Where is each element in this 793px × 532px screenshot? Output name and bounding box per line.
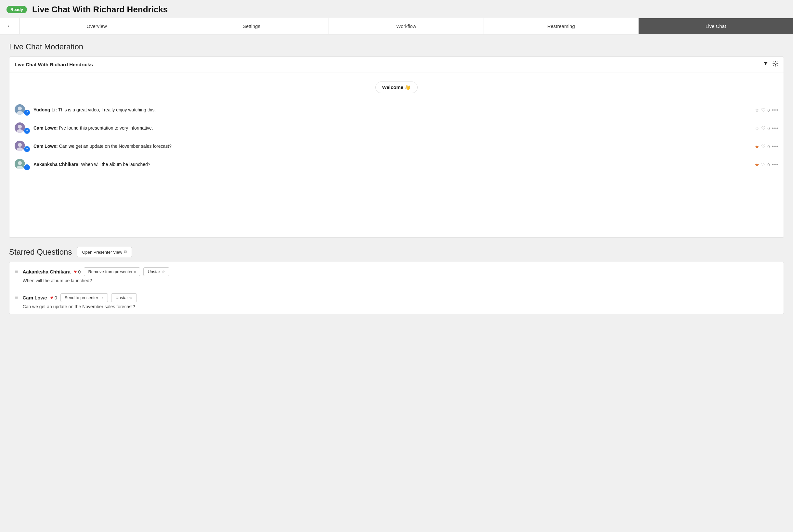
tab-bar: ← Overview Settings Workflow Restreaming… (0, 18, 793, 34)
message-actions-1: ☆ ♡ 0 ••• (755, 107, 778, 113)
heart-btn-1[interactable]: ♡ (761, 107, 766, 113)
unstar-btn-1[interactable]: Unstar ☆ (143, 267, 169, 276)
chat-box: Live Chat With Richard Hendricks W (9, 57, 784, 238)
welcome-pill: Welcome 👋 (375, 81, 418, 93)
sender-2: Cam Lowe: (34, 126, 58, 131)
remove-label-1: Remove from presenter (88, 269, 133, 274)
unstar-label-1: Unstar (148, 269, 160, 274)
tab-workflow[interactable]: Workflow (329, 18, 484, 34)
chat-box-title: Live Chat With Richard Hendricks (15, 62, 93, 67)
message-actions-2: ☆ ♡ 0 ••• (755, 126, 778, 132)
tab-livechat[interactable]: Live Chat (639, 18, 793, 34)
like-count-2: 0 (767, 126, 770, 131)
svg-point-2 (18, 107, 22, 110)
message-text-2: Cam Lowe: I've found this presentation t… (34, 125, 755, 132)
chat-box-actions (763, 61, 778, 68)
more-btn-1[interactable]: ••• (772, 107, 778, 113)
star-btn-3[interactable]: ★ (755, 144, 759, 150)
page-title: Live Chat With Richard Hendricks (32, 4, 168, 15)
avatar-group-1: f (15, 104, 30, 116)
like-count-4: 0 (767, 163, 770, 167)
heart-count-1: ♥ 0 (74, 269, 80, 275)
heart-count-2: ♥ 0 (50, 295, 57, 301)
starred-name-1: Aakanksha Chhikara (23, 269, 71, 274)
settings-icon[interactable] (773, 61, 778, 68)
starred-content-1: Aakanksha Chhikara ♥ 0 Remove from prese… (23, 267, 778, 283)
message-text-1: Yudong Li: This is a great video, I real… (34, 107, 755, 113)
fb-icon-2: f (24, 128, 30, 134)
send-to-presenter-btn-2[interactable]: Send to presenter → (60, 293, 108, 302)
starred-top-1: Aakanksha Chhikara ♥ 0 Remove from prese… (23, 267, 778, 276)
star-btn-1[interactable]: ☆ (755, 107, 759, 113)
ready-badge: Ready (6, 6, 27, 13)
starred-question-1: When will the album be launched? (23, 278, 778, 283)
heart-btn-3[interactable]: ♡ (761, 144, 766, 149)
heart-btn-4[interactable]: ♡ (761, 162, 766, 168)
fb-icon-4: f (24, 164, 30, 171)
message-actions-3: ★ ♡ 0 ••• (755, 144, 778, 150)
heart-red-icon-2: ♥ (50, 295, 54, 301)
sender-1: Yudong Li: (34, 107, 57, 112)
arrow-icon-2: → (99, 295, 104, 300)
starred-name-2: Cam Lowe (23, 295, 47, 300)
chat-message-3: f Cam Lowe: Can we get an update on the … (10, 137, 783, 156)
svg-point-11 (18, 161, 22, 165)
avatar-group-3: f (15, 140, 30, 152)
open-presenter-label: Open Presenter View (82, 250, 122, 254)
back-icon: ← (7, 23, 13, 30)
unstar-icon-1: ☆ (162, 270, 165, 274)
chat-empty-area (10, 179, 783, 238)
fb-icon-1: f (24, 110, 30, 116)
tab-restreaming[interactable]: Restreaming (484, 18, 639, 34)
unstar-btn-2[interactable]: Unstar ☆ (111, 293, 137, 302)
tab-settings[interactable]: Settings (174, 18, 329, 34)
heart-num-1: 0 (78, 269, 81, 274)
chat-message-4: f Aakanksha Chhikara: When will the albu… (10, 156, 783, 174)
heart-num-2: 0 (55, 295, 57, 300)
page-header: Ready Live Chat With Richard Hendricks (0, 0, 793, 18)
avatar-group-2: f (15, 122, 30, 134)
chat-message-2: f Cam Lowe: I've found this presentation… (10, 119, 783, 137)
chat-message-1: f Yudong Li: This is a great video, I re… (10, 101, 783, 119)
like-count-3: 0 (767, 144, 770, 149)
message-actions-4: ★ ♡ 0 ••• (755, 162, 778, 168)
starred-content-2: Cam Lowe ♥ 0 Send to presenter → Unstar … (23, 293, 778, 309)
open-presenter-button[interactable]: Open Presenter View ⧉ (77, 247, 132, 257)
back-button[interactable]: ← (0, 18, 19, 34)
more-btn-4[interactable]: ••• (772, 162, 778, 168)
chat-messages: f Yudong Li: This is a great video, I re… (10, 98, 783, 179)
starred-top-2: Cam Lowe ♥ 0 Send to presenter → Unstar … (23, 293, 778, 302)
external-link-icon: ⧉ (124, 249, 127, 254)
unstar-label-2: Unstar (115, 295, 128, 300)
svg-point-0 (775, 63, 776, 64)
more-btn-2[interactable]: ••• (772, 126, 778, 131)
more-btn-3[interactable]: ••• (772, 144, 778, 149)
remove-from-presenter-btn-1[interactable]: Remove from presenter × (84, 267, 140, 276)
unstar-icon-2: ☆ (129, 296, 133, 300)
message-text-3: Cam Lowe: Can we get an update on the No… (34, 143, 755, 150)
starred-item-1: ≡ Aakanksha Chhikara ♥ 0 Remove from pre… (10, 262, 783, 288)
message-text-4: Aakanksha Chhikara: When will the album … (34, 162, 755, 168)
star-btn-2[interactable]: ☆ (755, 126, 759, 132)
filter-icon[interactable] (763, 61, 769, 68)
x-icon-1: × (134, 270, 136, 274)
starred-section-title: Starred Questions (9, 247, 72, 256)
sender-3: Cam Lowe: (34, 144, 58, 149)
tab-overview[interactable]: Overview (19, 18, 174, 34)
fb-icon-3: f (24, 146, 30, 152)
avatar-group-4: f (15, 159, 30, 171)
drag-handle-1[interactable]: ≡ (15, 268, 18, 275)
send-label-2: Send to presenter (65, 295, 98, 300)
heart-red-icon-1: ♥ (74, 269, 77, 275)
chat-box-header: Live Chat With Richard Hendricks (10, 57, 783, 72)
star-btn-4[interactable]: ★ (755, 162, 759, 168)
starred-header: Starred Questions Open Presenter View ⧉ (9, 247, 784, 257)
main-content: Live Chat Moderation Live Chat With Rich… (0, 34, 793, 322)
heart-btn-2[interactable]: ♡ (761, 126, 766, 131)
drag-handle-2[interactable]: ≡ (15, 294, 18, 301)
sender-4: Aakanksha Chhikara: (34, 162, 80, 167)
livechat-section-title: Live Chat Moderation (9, 42, 784, 51)
chat-welcome: Welcome 👋 (10, 72, 783, 98)
starred-question-2: Can we get an update on the November sal… (23, 304, 778, 309)
like-count-1: 0 (767, 108, 770, 113)
